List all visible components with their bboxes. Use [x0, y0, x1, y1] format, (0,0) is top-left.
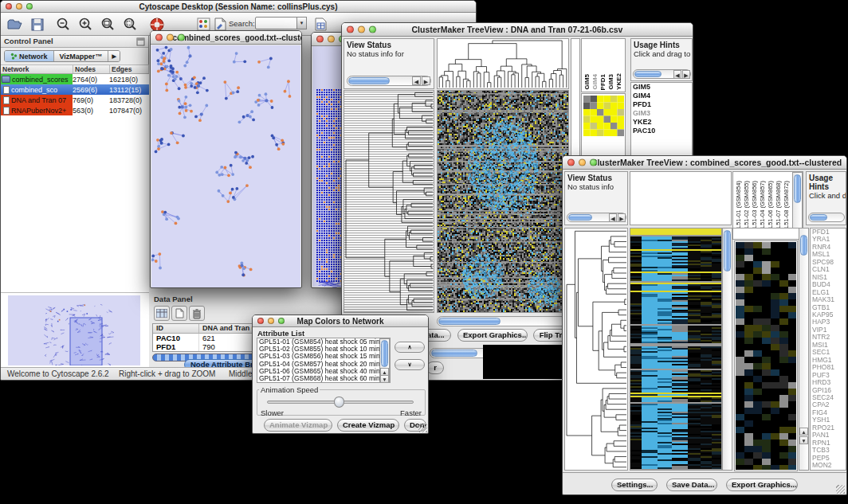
- tv2-save-data-button[interactable]: Save Data...: [666, 479, 717, 491]
- tv1-column-label: YKE2: [615, 73, 622, 90]
- dense-network-cluster[interactable]: [316, 88, 343, 288]
- attribute-list-scrollbar[interactable]: ▲ ▼: [379, 338, 390, 382]
- tv1-row-label[interactable]: GIM5: [631, 83, 692, 92]
- network-tab-icon: [10, 53, 18, 60]
- treeview1-title-bar[interactable]: ClusterMaker TreeView : DNA and Tran 07-…: [342, 23, 693, 37]
- tv2-settings-button[interactable]: Settings...: [611, 479, 658, 491]
- tv2-left-dendrogram[interactable]: [564, 228, 628, 471]
- minimize-button[interactable]: [167, 34, 174, 41]
- tv2-heatmap[interactable]: [630, 228, 722, 471]
- tv1-column-label: PFD1: [599, 74, 607, 90]
- dialog-resize-grip[interactable]: [418, 424, 427, 432]
- tv2-gene-list: PFD1YRA1RNR4MSL1SPC98CLN1NIS1BUD4ELG1MAK…: [810, 228, 846, 471]
- minimize-button[interactable]: [16, 3, 22, 10]
- tv1-status-scrollbar[interactable]: ◀▶: [347, 76, 431, 86]
- tv2-gene-scrollbar[interactable]: ▲ ▼: [799, 228, 809, 471]
- network-graph-canvas[interactable]: [151, 45, 300, 287]
- create-vizmap-button[interactable]: Create Vizmap: [337, 419, 399, 432]
- tv2-resize-grip[interactable]: [836, 485, 845, 494]
- tv2-export-graphics-button[interactable]: Export Graphics...: [726, 479, 798, 491]
- new-attribute-icon[interactable]: [171, 306, 187, 321]
- network-overview-area: [1, 292, 149, 367]
- treeview2-title-bar[interactable]: ClusterMaker TreeView : combined_scores_…: [563, 156, 846, 170]
- tv1-top-dendrogram[interactable]: [437, 38, 569, 89]
- zoom-selected-icon[interactable]: [120, 15, 139, 33]
- zoom-button[interactable]: [590, 159, 597, 166]
- attribute-browser-icon[interactable]: [312, 15, 330, 33]
- tv2-view-status-panel: View Status No status info ◀▶: [564, 171, 628, 225]
- gene-label[interactable]: MON2: [811, 462, 846, 469]
- delete-attribute-trash-icon[interactable]: [189, 306, 205, 321]
- table-mode-icon[interactable]: [154, 306, 170, 321]
- float-panel-icon[interactable]: [136, 37, 145, 46]
- minimize-button[interactable]: [268, 318, 274, 324]
- zoom-button[interactable]: [178, 34, 185, 41]
- treeview2-title: ClusterMaker TreeView : combined_scores_…: [591, 158, 842, 167]
- tv1-partial-button[interactable]: r: [426, 361, 444, 374]
- animation-speed-group: Animation Speed Slower Faster: [257, 385, 426, 416]
- tv1-hints-scrollbar[interactable]: ◀▶: [633, 69, 691, 79]
- attribute-listbox: GPL51-01 (GSM854) heat shock 05 minGPL51…: [257, 338, 391, 383]
- tv2-top-dendrogram-area[interactable]: [630, 171, 732, 225]
- dialog-title-bar[interactable]: Map Colors to Network: [253, 315, 428, 327]
- save-icon[interactable]: [28, 15, 46, 33]
- tv1-heatmap[interactable]: [437, 90, 569, 313]
- zoom-button[interactable]: [278, 318, 285, 324]
- zoom-button[interactable]: [369, 26, 376, 33]
- tv2-coarse-heatmap[interactable]: [736, 242, 796, 470]
- tv1-view-status-panel: View Status No status info for ◀▶: [344, 38, 434, 89]
- minimize-button[interactable]: [358, 26, 365, 33]
- tv2-hints-scrollbar[interactable]: [808, 213, 845, 222]
- tab-vizmapper[interactable]: VizMapper™: [54, 51, 109, 61]
- tv1-left-dendrogram[interactable]: [344, 90, 434, 313]
- control-panel: Control Panel Network VizMapper™ ▶ Netwo…: [1, 36, 149, 369]
- close-button[interactable]: [347, 26, 354, 33]
- tv1-row-label[interactable]: GIM3: [631, 109, 692, 118]
- slider-thumb[interactable]: [334, 397, 344, 408]
- desktop: Cytoscape Desktop (Session Name: collins…: [0, 0, 848, 504]
- minimize-button[interactable]: [579, 159, 586, 166]
- network-overview-thumbnail[interactable]: [8, 295, 140, 365]
- network-row[interactable]: combined_scores 2764(0) 16218(0): [1, 74, 149, 84]
- close-button[interactable]: [257, 318, 264, 324]
- tv1-export-graphics-button[interactable]: Export Graphics...: [457, 329, 528, 342]
- tv1-row-label[interactable]: PFD1: [631, 100, 692, 109]
- zoom-fit-icon[interactable]: [98, 15, 116, 33]
- zoom-out-icon[interactable]: [53, 15, 72, 33]
- minimize-button[interactable]: [328, 36, 335, 43]
- network-list-empty-area: [1, 115, 149, 292]
- tv2-status-scrollbar[interactable]: ◀▶: [567, 213, 626, 222]
- move-down-button[interactable]: ∨: [395, 359, 425, 370]
- open-folder-icon[interactable]: [6, 15, 24, 33]
- network-icon: [3, 107, 10, 115]
- network-view-title-bar[interactable]: combined_scores_good.txt--cluste...: [151, 31, 301, 45]
- tv1-usage-hints-panel: Usage Hints Click and drag to ◀▶: [630, 38, 693, 81]
- treeview2-window: ClusterMaker TreeView : combined_scores_…: [562, 155, 847, 495]
- close-button[interactable]: [6, 3, 12, 10]
- close-button[interactable]: [155, 34, 163, 41]
- zoom-button[interactable]: [26, 3, 33, 10]
- network-row[interactable]: RNAPuberNov2+ 563(0) 107847(0): [1, 105, 149, 115]
- network-row[interactable]: DNA and Tran 07 769(0) 183728(0): [1, 95, 149, 105]
- animate-vizmap-button[interactable]: Animate Vizmap: [264, 419, 332, 432]
- close-button[interactable]: [316, 36, 324, 43]
- close-button[interactable]: [567, 159, 575, 166]
- attribute-item[interactable]: GPL51-07 (GSM868) heat shock 60 min: [257, 375, 379, 382]
- tab-network[interactable]: Network: [5, 51, 54, 61]
- data-panel-title: Data Panel: [154, 295, 193, 303]
- zoom-in-icon[interactable]: [76, 15, 94, 33]
- network-row[interactable]: combined_sco 2569(6) 13112(15): [1, 84, 149, 95]
- tv1-row-label[interactable]: YKE2: [631, 118, 692, 127]
- network-view-window: combined_scores_good.txt--cluste...: [150, 30, 302, 288]
- tv1-column-label: GIM5: [583, 74, 591, 90]
- search-dropdown-arrow[interactable]: ▼: [296, 17, 307, 29]
- move-up-button[interactable]: ∧: [395, 342, 425, 353]
- tv2-heatmap-scrollbar[interactable]: [722, 228, 732, 471]
- tv1-row-label[interactable]: PAC10: [631, 127, 692, 135]
- control-panel-title: Control Panel: [4, 37, 53, 45]
- main-title-bar[interactable]: Cytoscape Desktop (Session Name: collins…: [1, 1, 476, 13]
- tv1-row-label[interactable]: GIM4: [631, 92, 692, 100]
- tv1-yellow-matrix[interactable]: [583, 96, 624, 136]
- tab-overflow-arrow[interactable]: ▶: [108, 51, 119, 61]
- tv1-column-label: GIM3: [607, 74, 614, 90]
